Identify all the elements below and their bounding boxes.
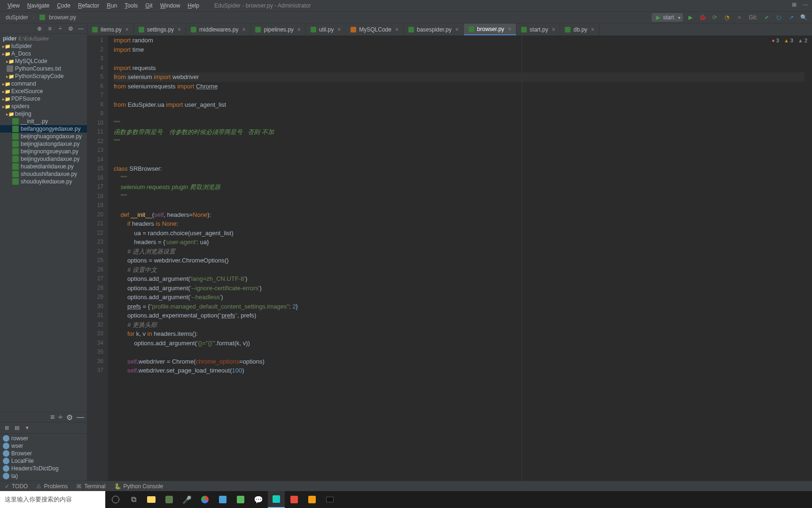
code-line[interactable]: options.add_argument('{}="{}"'.format(k,…	[114, 339, 804, 348]
editor-tab[interactable]: settings.py×	[134, 24, 186, 35]
tree-item[interactable]: ▸📁MySQLCode	[0, 57, 87, 65]
tree-item[interactable]: beijingyoudiandaxue.py	[0, 155, 87, 163]
editor-tab[interactable]: browser.py×	[464, 24, 516, 35]
app-icon-2[interactable]	[214, 491, 231, 508]
code-line[interactable]: import random	[114, 36, 804, 45]
tree-item[interactable]: ▸📁beijing	[0, 110, 87, 118]
structure-item[interactable]: HeadersToDictDog	[0, 465, 87, 472]
code-line[interactable]	[114, 91, 804, 100]
tab-close-icon[interactable]: ×	[337, 26, 341, 33]
git-push-icon[interactable]: ↗	[787, 13, 796, 22]
code-line[interactable]: selenium requests plugin 爬取浏览器	[114, 183, 804, 192]
struct-members-icon[interactable]: ▾	[23, 424, 31, 432]
code-line[interactable]	[114, 146, 804, 155]
struct-settings-icon[interactable]: ⚙	[66, 413, 73, 422]
breadcrumb-root[interactable]: duSpider	[4, 13, 30, 22]
code-line[interactable]: options.add_argument('--ignore-certifica…	[114, 284, 804, 293]
code-line[interactable]	[114, 54, 804, 64]
code-line[interactable]: """	[114, 137, 804, 146]
tree-item[interactable]: ▸📁spiders	[0, 103, 87, 110]
tab-close-icon[interactable]: ×	[178, 26, 181, 33]
menu-git[interactable]: Git	[141, 2, 156, 9]
code-line[interactable]	[114, 109, 804, 119]
code-line[interactable]: self.webdriver.set_page_load_timeout(100…	[114, 366, 804, 375]
tree-item[interactable]: huabeidianlidaxue.py	[0, 163, 87, 170]
file-explorer-icon[interactable]	[143, 491, 160, 508]
code-line[interactable]: if headers is None:	[114, 219, 804, 229]
tree-item[interactable]: beijingjiaotongdaxue.py	[0, 140, 87, 148]
tree-item[interactable]: beijinghuagongdaxue.py	[0, 133, 87, 140]
editor-tab[interactable]: items.py×	[87, 24, 134, 35]
struct-sort-icon[interactable]: ⊞	[3, 424, 10, 432]
tree-item[interactable]: ▸📁A_Docs	[0, 50, 87, 57]
tree-item[interactable]: __init__.py	[0, 118, 87, 125]
code-line[interactable]: self.webdriver = Chrome(chrome_options=o…	[114, 357, 804, 366]
tree-item[interactable]: PythonCourses.txt	[0, 65, 87, 72]
tree-item[interactable]: beifanggongyedaxue.py	[0, 125, 87, 133]
inspections-widget[interactable]: ●3 ▲3 ▲2	[772, 38, 807, 43]
editor-tab[interactable]: db.py×	[560, 24, 599, 35]
tree-item[interactable]: beijingnongxueyuan.py	[0, 148, 87, 155]
tree-item[interactable]: ▸📁luSpider	[0, 42, 87, 50]
app-icon-4[interactable]	[286, 491, 303, 508]
menu-tools[interactable]: Tools	[121, 2, 141, 9]
code-line[interactable]: class SRBrowser:	[114, 164, 804, 174]
windows-search-box[interactable]: 这里输入你要搜索的内容	[0, 491, 105, 508]
code-line[interactable]: for k, v in headers.items():	[114, 329, 804, 339]
bottom-tool-terminal[interactable]: ⌘Terminal	[76, 483, 105, 490]
run-config-selector[interactable]: ▶ start	[652, 13, 683, 22]
tab-close-icon[interactable]: ×	[455, 26, 459, 33]
expand-all-icon[interactable]: ≡	[47, 25, 53, 32]
code-line[interactable]: ua = random.choice(user_agent_list)	[114, 229, 804, 238]
chrome-icon[interactable]	[196, 491, 213, 508]
run-button[interactable]: ▶	[686, 13, 695, 22]
code-line[interactable]: # 更换头部	[114, 320, 804, 330]
tab-close-icon[interactable]: ×	[508, 26, 511, 32]
menu-code[interactable]: Code	[53, 2, 74, 9]
tab-close-icon[interactable]: ×	[552, 26, 555, 33]
microphone-icon[interactable]: 🎤	[179, 491, 195, 508]
editor-tab[interactable]: util.py×	[306, 24, 346, 35]
code-editor[interactable]: ●3 ▲3 ▲2 1234567891011121314151617181920…	[87, 36, 812, 481]
editor-tab[interactable]: MySQLCode×	[346, 24, 404, 35]
code-line[interactable]: options.add_experimental_option("prefs",…	[114, 311, 804, 320]
project-tree[interactable]: pider E:\EduSpider▸📁luSpider▸📁A_Docs▸📁My…	[0, 34, 87, 412]
tab-close-icon[interactable]: ×	[242, 26, 245, 33]
run-coverage-button[interactable]: ⟳	[710, 13, 719, 22]
breadcrumb-file[interactable]: browser.py	[47, 13, 78, 22]
code-line[interactable]: import requests	[114, 64, 804, 73]
ide-notifications-icon[interactable]: ▦	[792, 1, 796, 8]
git-update-icon[interactable]: ⭮	[774, 13, 784, 22]
search-everywhere-icon[interactable]: 🔍	[799, 13, 808, 22]
code-line[interactable]: options = webdriver.ChromeOptions()	[114, 256, 804, 265]
code-line[interactable]: headers = {'user-agent': ua}	[114, 238, 804, 247]
code-line[interactable]: # 设置中文	[114, 265, 804, 275]
code-line[interactable]: prefs = {"profile.managed_default_conten…	[114, 302, 804, 311]
tree-item[interactable]: ▸📁PythonScrapyCode	[0, 72, 87, 80]
bottom-tool-python-console[interactable]: 🐍Python Console	[114, 483, 164, 490]
struct-expand-icon[interactable]: ≡	[50, 413, 55, 421]
collapse-all-icon[interactable]: ÷	[57, 25, 63, 32]
profiler-button[interactable]: ◔	[722, 13, 732, 22]
app-icon-5[interactable]	[304, 491, 320, 508]
structure-item[interactable]: ta)	[0, 472, 87, 480]
code-line[interactable]	[114, 348, 804, 357]
code-line[interactable]: """	[114, 192, 804, 201]
structure-item[interactable]: rowser	[0, 435, 87, 442]
minimize-icon[interactable]: —	[803, 1, 808, 8]
editor-tab[interactable]: start.py×	[516, 24, 560, 35]
menu-run[interactable]: Run	[103, 2, 121, 9]
tree-item[interactable]: shoudushifandaxue.py	[0, 170, 87, 178]
tab-close-icon[interactable]: ×	[395, 26, 398, 33]
code-line[interactable]: # 进入浏览器设置	[114, 247, 804, 256]
editor-tab[interactable]: middlewares.py×	[186, 24, 250, 35]
debug-button[interactable]: 🐞	[698, 13, 707, 22]
tree-item[interactable]: ▸📁ExcelSource	[0, 87, 87, 95]
code-line[interactable]: import time	[114, 45, 804, 55]
code-line[interactable]: from EduSpider.ua import user_agent_list	[114, 100, 804, 110]
menu-refactor[interactable]: Refactor	[74, 2, 103, 9]
code-line[interactable]: def __init__(self, headers=None):	[114, 210, 804, 220]
stop-button[interactable]: ■	[734, 13, 744, 22]
structure-item[interactable]: LocalFile	[0, 457, 87, 465]
code-line[interactable]: """	[114, 119, 804, 128]
